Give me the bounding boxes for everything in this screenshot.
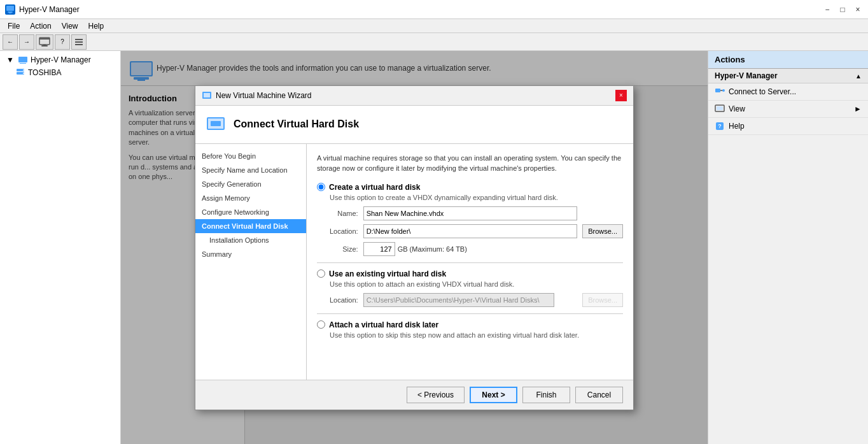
wizard-footer: < Previous Next > Finish Cancel	[195, 380, 633, 410]
existing-location-input	[363, 293, 554, 307]
svg-rect-21	[204, 93, 210, 97]
app-icon	[5, 4, 15, 15]
svg-point-27	[722, 89, 725, 92]
left-panel: ▼ Hyper-V Manager TOSHIBA	[0, 51, 121, 444]
location-field-label: Location:	[330, 227, 358, 235]
minimize-button[interactable]: −	[822, 4, 832, 15]
wizard-header: Connect Virtual Hard Disk	[195, 106, 633, 144]
existing-location-label: Location:	[330, 296, 358, 304]
action-help[interactable]: ? Help	[708, 118, 868, 135]
nav-before-you-begin[interactable]: Before You Begin	[195, 149, 306, 163]
size-row: GB (Maximum: 64 TB)	[363, 242, 577, 256]
location-field-input[interactable]	[363, 224, 577, 238]
location-browse-button[interactable]: Browse...	[582, 224, 623, 238]
svg-rect-6	[43, 45, 46, 45]
existing-browse-button: Browse...	[582, 293, 623, 307]
wizard-close-button[interactable]: ×	[615, 90, 627, 101]
finish-button[interactable]: Finish	[522, 387, 570, 403]
wizard-header-title: Connect Virtual Hard Disk	[234, 118, 359, 130]
svg-rect-4	[39, 38, 50, 39]
tree-item-toshiba[interactable]: TOSHIBA	[0, 66, 120, 79]
wizard-description: A virtual machine requires storage so th…	[317, 153, 623, 174]
svg-rect-9	[75, 44, 83, 45]
nav-specify-generation[interactable]: Specify Generation	[195, 177, 306, 191]
existing-vhd-desc: Use this option to attach an existing VH…	[330, 280, 623, 288]
nav-installation-options[interactable]: Installation Options	[195, 233, 306, 247]
console-button[interactable]	[36, 34, 53, 50]
expand-arrow-icon	[855, 71, 862, 80]
maximize-button[interactable]: □	[837, 4, 848, 15]
menu-help[interactable]: Help	[83, 20, 109, 32]
create-vhd-label[interactable]: Create a virtual hard disk	[329, 183, 420, 192]
tree-label-toshiba: TOSHIBA	[28, 68, 61, 77]
divider-2	[317, 313, 623, 314]
customize-button[interactable]	[71, 34, 87, 50]
size-input[interactable]	[363, 242, 395, 256]
help-toolbar-button[interactable]: ?	[55, 34, 70, 50]
cancel-button[interactable]: Cancel	[575, 387, 623, 403]
hyper-v-manager-icon	[18, 55, 28, 65]
help-icon: ?	[715, 121, 725, 131]
action-connect-to-server[interactable]: Connect to Server...	[708, 83, 868, 101]
nav-assign-memory[interactable]: Assign Memory	[195, 191, 306, 205]
previous-button[interactable]: < Previous	[407, 387, 465, 403]
later-vhd-desc: Use this option to skip this step now an…	[330, 331, 623, 339]
wizard-header-icon	[206, 113, 226, 136]
svg-rect-2	[9, 13, 11, 13]
svg-rect-8	[75, 41, 83, 43]
later-vhd-option: Attach a virtual hard disk later Use thi…	[317, 320, 623, 339]
svg-rect-25	[715, 89, 720, 92]
menu-view[interactable]: View	[57, 20, 83, 32]
name-field-label: Name:	[330, 210, 358, 217]
view-arrow-icon: ►	[854, 104, 862, 113]
name-field-input[interactable]	[363, 206, 577, 220]
later-vhd-radio[interactable]	[317, 320, 325, 329]
wizard-icon	[202, 90, 212, 101]
existing-vhd-label[interactable]: Use an existing virtual hard disk	[329, 269, 446, 278]
later-vhd-label[interactable]: Attach a virtual hard disk later	[329, 320, 438, 329]
forward-button[interactable]: →	[19, 34, 34, 50]
close-button[interactable]: ×	[853, 4, 863, 15]
nav-connect-vhd[interactable]: Connect Virtual Hard Disk	[195, 219, 306, 233]
expand-icon: ▼	[5, 55, 15, 65]
size-field-label: Size:	[330, 245, 358, 253]
actions-header-label: Actions	[715, 55, 745, 64]
nav-specify-name[interactable]: Specify Name and Location	[195, 163, 306, 177]
create-vhd-radio[interactable]	[317, 183, 325, 191]
create-vhd-fields: Name: Location: Browse... Size:	[330, 206, 623, 256]
nav-configure-networking[interactable]: Configure Networking	[195, 205, 306, 219]
titlebar: Hyper-V Manager − □ ×	[0, 0, 868, 19]
connect-icon	[715, 87, 725, 97]
svg-point-14	[23, 69, 24, 71]
center-content: Introduction A virtualization server is …	[121, 86, 708, 444]
action-view[interactable]: View ►	[708, 101, 868, 118]
next-button[interactable]: Next >	[470, 387, 517, 403]
actions-header: Actions	[708, 51, 868, 69]
svg-point-15	[23, 73, 24, 74]
svg-rect-7	[75, 39, 83, 40]
wizard-nav: Before You Begin Specify Name and Locati…	[195, 144, 307, 380]
toolbar: ← → ?	[0, 33, 868, 51]
modal-overlay: New Virtual Machine Wizard ×	[121, 51, 708, 444]
wizard-dialog: New Virtual Machine Wizard ×	[195, 85, 634, 410]
back-button[interactable]: ←	[3, 34, 18, 50]
action-connect-label: Connect to Server...	[729, 87, 796, 96]
titlebar-left: Hyper-V Manager	[5, 4, 80, 15]
tree-item-hyper-v-manager[interactable]: ▼ Hyper-V Manager	[0, 54, 120, 66]
titlebar-controls: − □ ×	[822, 4, 863, 15]
app-title: Hyper-V Manager	[19, 5, 80, 14]
action-help-label: Help	[729, 122, 745, 131]
svg-rect-10	[18, 57, 27, 62]
menu-action[interactable]: Action	[25, 20, 56, 32]
existing-vhd-radio[interactable]	[317, 269, 325, 278]
existing-vhd-option: Use an existing virtual hard disk Use th…	[317, 269, 623, 307]
menubar: File Action View Help	[0, 19, 868, 33]
wizard-content: A virtual machine requires storage so th…	[307, 144, 633, 380]
wizard-body: Before You Begin Specify Name and Locati…	[195, 144, 633, 380]
existing-vhd-fields: Location: Browse...	[330, 293, 623, 307]
wizard-title: New Virtual Machine Wizard	[216, 91, 312, 100]
create-vhd-desc: Use this option to create a VHDX dynamic…	[330, 194, 623, 201]
nav-summary[interactable]: Summary	[195, 247, 306, 261]
menu-file[interactable]: File	[3, 20, 25, 32]
main-layout: ▼ Hyper-V Manager TOSHIBA	[0, 51, 868, 444]
